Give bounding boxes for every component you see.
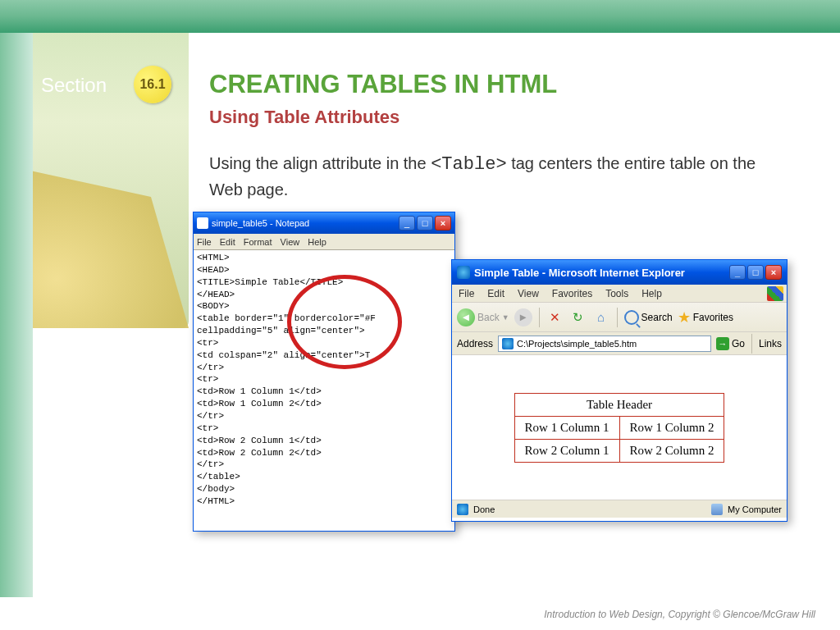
body-text-1: Using the align attribute in the — [209, 154, 431, 172]
menu-edit[interactable]: Edit — [220, 237, 235, 247]
ie-toolbar: ◄ Back ▼ ► ✕ ↻ ⌂ Search ★ Favorites — [452, 303, 787, 332]
status-zone: My Computer — [728, 504, 782, 514]
close-button[interactable]: × — [435, 216, 451, 231]
menu-format[interactable]: Format — [244, 237, 272, 247]
refresh-button[interactable]: ↻ — [569, 308, 587, 326]
body-code-inline: <Table> — [431, 154, 506, 175]
ie-menu-view[interactable]: View — [518, 288, 539, 299]
top-strip — [0, 0, 840, 33]
page-icon — [502, 338, 514, 349]
back-arrow-icon: ◄ — [457, 308, 475, 326]
go-arrow-icon: → — [716, 337, 729, 350]
table-cell: Row 2 Column 1 — [514, 439, 619, 462]
table-cell: Row 1 Column 2 — [619, 416, 724, 439]
ie-menu-help[interactable]: Help — [641, 288, 662, 299]
star-icon: ★ — [678, 308, 691, 326]
search-button[interactable]: Search — [624, 310, 673, 325]
ie-status-bar: Done My Computer — [452, 500, 787, 518]
stop-button[interactable]: ✕ — [546, 308, 564, 326]
back-button[interactable]: ◄ Back ▼ — [457, 308, 509, 326]
home-button[interactable]: ⌂ — [592, 308, 610, 326]
pp-numbers: 420-424 — [749, 49, 815, 70]
page-subtitle: Using Table Attributes — [209, 107, 399, 128]
address-separator — [751, 334, 752, 354]
ie-address-bar: Address C:\Projects\simple_table5.htm → … — [452, 332, 787, 355]
toolbar-separator-2 — [617, 308, 618, 327]
toolbar-separator — [539, 308, 540, 327]
table-cell: Row 2 Column 2 — [619, 439, 724, 462]
ie-menu-favorites[interactable]: Favorites — [552, 288, 592, 299]
ie-flag-icon — [767, 286, 783, 301]
search-label: Search — [641, 312, 673, 323]
notepad-window: simple_table5 - Notepad _ □ × File Edit … — [193, 212, 455, 532]
status-done: Done — [473, 504, 495, 514]
my-computer-icon — [711, 504, 723, 515]
forward-button[interactable]: ► — [514, 308, 532, 326]
maximize-button[interactable]: □ — [417, 216, 433, 231]
back-dropdown-icon: ▼ — [502, 313, 509, 322]
ie-icon — [457, 266, 470, 279]
menu-file[interactable]: File — [197, 237, 212, 247]
footer-copyright: Introduction to Web Design, Copyright © … — [544, 609, 815, 620]
ie-page-content: Table Header Row 1 Column 1 Row 1 Column… — [452, 355, 787, 500]
address-input[interactable]: C:\Projects\simple_table5.htm — [498, 336, 711, 352]
body-paragraph: Using the align attribute in the <Table>… — [209, 152, 791, 201]
ie-menu-tools[interactable]: Tools — [605, 288, 628, 299]
address-label: Address — [457, 338, 493, 349]
ie-menubar: File Edit View Favorites Tools Help — [452, 285, 787, 303]
favorites-button[interactable]: ★ Favorites — [678, 308, 733, 326]
table-header-cell: Table Header — [514, 393, 724, 416]
menu-view[interactable]: View — [281, 237, 300, 247]
minimize-button[interactable]: _ — [399, 216, 415, 231]
address-value: C:\Projects\simple_table5.htm — [517, 339, 637, 349]
ie-titlebar[interactable]: Simple Table - Microsoft Internet Explor… — [452, 260, 787, 285]
notepad-title: simple_table5 - Notepad — [212, 218, 399, 228]
links-label[interactable]: Links — [759, 338, 782, 349]
notepad-content[interactable]: <HTML> <HEAD> <TITLE>Simple Table</TITLE… — [194, 250, 454, 529]
go-button[interactable]: → Go — [716, 337, 745, 350]
table-cell: Row 1 Column 1 — [514, 416, 619, 439]
ie-menu-file[interactable]: File — [459, 288, 474, 299]
go-label: Go — [732, 338, 745, 349]
ie-menu-edit[interactable]: Edit — [487, 288, 504, 299]
status-page-icon — [457, 504, 468, 515]
favorites-label: Favorites — [693, 312, 733, 323]
ie-maximize-button[interactable]: □ — [747, 265, 764, 280]
sidebar-accent — [0, 33, 33, 597]
table-row: Row 1 Column 1 Row 1 Column 2 — [514, 416, 724, 439]
page-range: pp. 420-424 — [724, 49, 815, 71]
ie-title: Simple Table - Microsoft Internet Explor… — [474, 267, 729, 279]
notepad-icon — [197, 217, 208, 229]
table-row: Row 2 Column 1 Row 2 Column 2 — [514, 439, 724, 462]
section-number-badge: 16.1 — [134, 66, 171, 103]
sample-table: Table Header Row 1 Column 1 Row 1 Column… — [514, 393, 725, 463]
page-title: CREATING TABLES IN HTML — [209, 70, 557, 99]
back-label: Back — [477, 312, 500, 323]
notepad-menubar: File Edit Format View Help — [194, 234, 454, 250]
ie-window: Simple Table - Microsoft Internet Explor… — [451, 259, 788, 522]
section-label: Section — [41, 74, 107, 97]
ie-minimize-button[interactable]: _ — [729, 265, 746, 280]
search-icon — [624, 310, 639, 325]
pp-prefix: pp. — [724, 52, 745, 69]
notepad-titlebar[interactable]: simple_table5 - Notepad _ □ × — [194, 212, 454, 234]
menu-help[interactable]: Help — [308, 237, 326, 247]
ie-close-button[interactable]: × — [765, 265, 782, 280]
